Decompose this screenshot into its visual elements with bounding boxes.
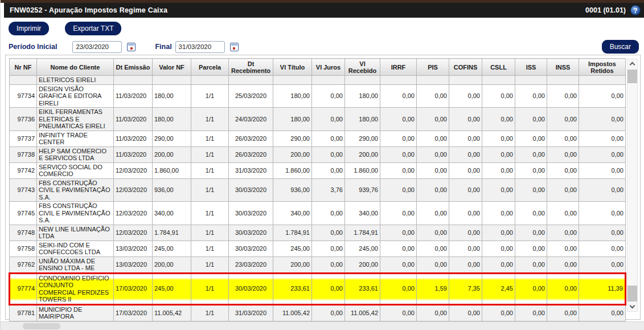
column-header[interactable]: Dt Emissão — [114, 59, 153, 76]
cell: 1/1 — [191, 304, 229, 321]
cell: 0,00 — [579, 256, 626, 273]
horizontal-scrollbar-thumb[interactable] — [23, 323, 60, 329]
cell: NEW LINE ILUMINAÇÃO LTDA — [37, 225, 114, 241]
cell: 0,00 — [380, 241, 417, 256]
cell: 233,61 — [345, 273, 380, 304]
cell: 1/1 — [191, 84, 229, 108]
cell: 0,00 — [380, 304, 417, 321]
column-header[interactable]: ISS — [515, 59, 547, 76]
table-row[interactable]: 97748NEW LINE ILUMINAÇÃO LTDA12/03/20201… — [10, 225, 626, 241]
cell: 0,00 — [380, 108, 417, 131]
table-row[interactable]: 97758SEIKI-IND COM E CONFECCOES LTDA13/0… — [10, 241, 626, 256]
cell: 0,00 — [312, 131, 345, 146]
cell: 0,00 — [515, 178, 547, 202]
cell: 0,00 — [380, 131, 417, 146]
cell: 0,00 — [579, 178, 626, 202]
cell: 12/03/2020 — [114, 225, 153, 241]
cell: 1,59 — [417, 273, 449, 304]
table-row[interactable]: ELETRICOS EIRELI — [10, 76, 626, 85]
cell: 97742 — [10, 162, 37, 178]
cell: 97758 — [10, 241, 37, 256]
scroll-down-icon[interactable] — [630, 303, 635, 309]
cell: 0,00 — [482, 162, 515, 178]
cell: 1/1 — [191, 162, 229, 178]
cell — [417, 76, 449, 85]
titlebar: FNW0252 - Apuração Impostos Regime Caixa… — [4, 3, 644, 18]
filter-bar: Período Inicial Final Buscar — [9, 40, 639, 54]
cell: 1/1 — [191, 225, 229, 241]
cell — [345, 76, 380, 85]
period-start-input[interactable] — [72, 41, 122, 53]
table-row[interactable]: 97742SERVIÇO SOCIAL DO COMERCIO12/03/202… — [10, 162, 626, 178]
highlighted-table-row[interactable]: 97774CONDOMINIO EDIFICIO CONJUNTO COMERC… — [10, 273, 626, 304]
cell: 0,00 — [312, 202, 345, 225]
cell: 1.784,91 — [273, 225, 312, 241]
column-header[interactable]: Nome do Cliente — [37, 59, 114, 76]
cell: 11,39 — [579, 273, 626, 304]
table-row[interactable]: 97738HELP SAM COMERCIO E SERVICOS LTDA11… — [10, 146, 626, 162]
cell: 1/1 — [191, 241, 229, 256]
calendar-icon[interactable] — [230, 43, 239, 51]
vertical-scrollbar[interactable] — [627, 59, 638, 312]
cell: 0,00 — [417, 256, 449, 273]
column-header[interactable]: COFINS — [449, 59, 482, 76]
table-row[interactable]: 97736EIKIL FERRAMENTAS ELETRICAS E PNEUM… — [10, 108, 626, 131]
cell: 30/03/2020 — [229, 225, 273, 241]
cell: 0,00 — [417, 241, 449, 256]
column-header[interactable]: Vl Juros — [312, 59, 345, 76]
column-header[interactable]: Parcela — [191, 59, 229, 76]
column-header[interactable]: Nr NF — [10, 59, 37, 76]
cell: 23/03/2020 — [229, 256, 273, 273]
column-header[interactable]: Vl Título — [273, 59, 312, 76]
cell: 180,00 — [153, 108, 191, 131]
table-row[interactable]: 97762UNIÃO MÁXIMA DE ENSINO LTDA - ME13/… — [10, 256, 626, 273]
scrollbar-thumb[interactable] — [627, 70, 637, 83]
cell: 97738 — [10, 146, 37, 162]
period-end-input[interactable] — [175, 41, 225, 53]
cell: 200,00 — [345, 146, 380, 162]
table-row[interactable]: 97781MUNICIPIO DE MAIRIPORA17/03/202011.… — [10, 304, 626, 321]
column-header[interactable]: CSLL — [482, 59, 515, 76]
column-header[interactable]: IRRF — [380, 59, 417, 76]
scroll-up-icon[interactable] — [630, 62, 635, 68]
cell: 245,00 — [153, 241, 191, 256]
cell: 26/03/2020 — [229, 131, 273, 146]
table-row[interactable]: 97737INFINITY TRADE CENTER11/03/2020290,… — [10, 131, 626, 146]
column-header[interactable]: Impostos Retidos — [579, 59, 626, 76]
cell: 0,00 — [547, 241, 579, 256]
cell: 0,00 — [482, 131, 515, 146]
cell: 0,00 — [482, 202, 515, 225]
column-header[interactable]: INSS — [547, 59, 579, 76]
cell: 0,00 — [449, 225, 482, 241]
cell: 0,00 — [449, 202, 482, 225]
cell: 1/1 — [191, 108, 229, 131]
column-header[interactable]: PIS — [417, 59, 449, 76]
cell — [229, 76, 273, 85]
cell: 290,00 — [273, 131, 312, 146]
help-icon[interactable]: ? — [630, 5, 641, 15]
cell: 0,00 — [515, 131, 547, 146]
cell: 11.005,42 — [153, 304, 191, 321]
cell: 1/1 — [191, 146, 229, 162]
cell: 1.860,00 — [345, 162, 380, 178]
column-header[interactable]: Vl Recebido — [345, 59, 380, 76]
search-button[interactable]: Buscar — [602, 40, 639, 54]
cell: 17/03/2020 — [114, 273, 153, 304]
cell: 0,00 — [380, 146, 417, 162]
cell: 0,00 — [312, 162, 345, 178]
scrollbar-thumb-lower[interactable] — [627, 286, 637, 302]
table-row[interactable]: 97734DESIGN VISÃO GRAFICA E EDITORA EIRE… — [10, 84, 626, 108]
cell: 11/03/2020 — [114, 84, 153, 108]
calendar-icon[interactable] — [127, 43, 136, 51]
export-txt-button[interactable]: Exportar TXT — [65, 22, 121, 35]
horizontal-scrollbar[interactable] — [1, 321, 644, 330]
column-header[interactable]: Valor NF — [153, 59, 191, 76]
cell: 7,35 — [449, 273, 482, 304]
column-header[interactable]: Dt Recebimento — [229, 59, 273, 76]
table-row[interactable]: 97743FBS CONSTRUÇÃO CIVIL E PAVIMENTAÇÃO… — [10, 178, 626, 202]
cell: 0,00 — [417, 131, 449, 146]
cell: 0,00 — [515, 273, 547, 304]
table-row[interactable]: 97745FBS CONSTRUÇÃO CIVIL E PAVIMENTAÇÃO… — [10, 202, 626, 225]
cell: 0,00 — [579, 131, 626, 146]
print-button[interactable]: Imprimir — [9, 22, 49, 35]
